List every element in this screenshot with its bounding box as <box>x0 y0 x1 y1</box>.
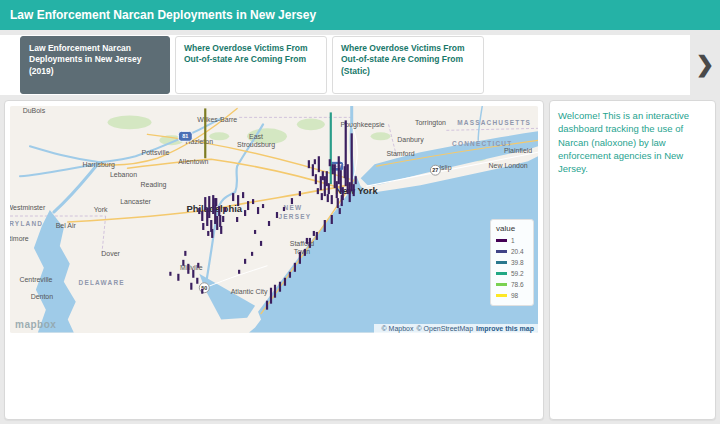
map-label-reading: Reading <box>140 181 166 189</box>
deployment-bar <box>192 270 194 278</box>
deployment-bar <box>207 231 209 236</box>
deployment-bar <box>251 252 253 256</box>
deployment-bar <box>224 207 226 212</box>
deployment-bar <box>190 283 192 290</box>
map-label-denton: Denton <box>31 293 54 300</box>
deployment-bar <box>324 220 326 232</box>
map-label-jersey: JERSEY <box>279 213 312 220</box>
storyboard-nav: Law Enforcement Narcan Deployments in Ne… <box>0 35 720 95</box>
basemap: DuBoisWilkes-BarreHazletonEastStroudsbur… <box>10 106 538 333</box>
deployment-bar <box>316 232 318 240</box>
mapbox-logo[interactable]: mapbox <box>15 319 56 330</box>
deployment-bar <box>326 171 328 186</box>
map-label-centreville: Centreville <box>19 276 52 283</box>
deployment-bar <box>299 252 301 264</box>
deployment-bar <box>274 285 276 298</box>
deployment-bar <box>283 207 285 211</box>
deployment-bar <box>204 108 206 158</box>
deployment-bar <box>329 159 331 166</box>
deployment-bar <box>222 216 224 222</box>
deployment-bar <box>299 191 301 196</box>
osm-attribution-link[interactable]: © OpenStreetMap <box>417 325 474 332</box>
deployment-bar <box>321 193 323 200</box>
map-label-harrisburg: Harrisburg <box>82 161 115 169</box>
map-legend: value 120.439.859.278.698 <box>490 219 534 306</box>
map-label-lancaster: Lancaster <box>120 198 151 205</box>
storyboard-tab-narcan-deployments-2019[interactable]: Law Enforcement Narcan Deployments in Ne… <box>20 36 170 94</box>
legend-tick-label: 39.8 <box>511 259 524 266</box>
map-label-dover: Dover <box>101 250 120 257</box>
map-label-islip: Islip <box>439 164 452 172</box>
legend-color-swatch <box>496 272 507 275</box>
legend-tick: 59.2 <box>496 268 528 279</box>
deployment-bar <box>236 217 238 222</box>
deployment-bar <box>270 288 272 304</box>
deployment-bar <box>211 229 213 238</box>
deployment-bar <box>198 208 200 214</box>
deployment-bar <box>184 251 186 256</box>
map-label-lebanon: Lebanon <box>110 171 137 178</box>
route-shield-50: 50 <box>199 283 209 293</box>
map-label-massachusetts: MASSACHUSETTS <box>457 119 531 126</box>
deployment-bar <box>291 198 293 204</box>
map-label-new-london: New London <box>489 162 528 169</box>
legend-color-swatch <box>496 239 507 242</box>
map-label-east: East <box>249 133 263 140</box>
deployment-bar <box>336 181 338 198</box>
deployment-bar <box>169 272 171 276</box>
deployment-bar <box>312 164 314 176</box>
deployment-bar <box>349 182 351 202</box>
deployment-bar <box>330 112 332 184</box>
legend-tick-label: 59.2 <box>511 270 524 277</box>
deployment-bar <box>182 260 184 266</box>
deployment-bar <box>317 188 319 194</box>
deployment-bar <box>232 193 234 201</box>
deployment-bar <box>355 176 357 184</box>
map-label-westminster: Westminster <box>10 204 46 211</box>
map-label-wilkes-barre: Wilkes-Barre <box>197 116 237 123</box>
storyboard-tab-overdose-origins[interactable]: Where Overdose Victims From Out-of-state… <box>175 36 327 94</box>
deployment-bar <box>212 195 214 214</box>
map-label-poughkeepsie: Poughkeepsie <box>341 121 385 129</box>
map-label-dubois: DuBois <box>23 107 46 114</box>
deployment-bar <box>327 194 329 202</box>
map-container[interactable]: DuBoisWilkes-BarreHazletonEastStroudsbur… <box>10 106 538 333</box>
legend-color-swatch <box>496 294 507 297</box>
deployment-bar <box>340 170 342 192</box>
legend-tick: 20.4 <box>496 246 528 257</box>
deployment-bar <box>208 196 210 218</box>
deployment-bar <box>216 216 218 230</box>
map-label-york: York <box>94 206 108 213</box>
deployment-bar <box>187 264 189 274</box>
deployment-bar <box>314 159 316 164</box>
deployment-bar <box>260 241 262 246</box>
legend-color-swatch <box>496 250 507 253</box>
deployment-bar <box>244 259 246 264</box>
legend-tick: 1 <box>496 235 528 246</box>
legend-color-swatch <box>496 261 507 264</box>
carousel-next-button[interactable]: ❯ <box>690 35 720 95</box>
mapbox-attribution-link[interactable]: © Mapbox <box>381 325 413 332</box>
map-label-delaware: DELAWARE <box>79 279 125 286</box>
legend-rows: 120.439.859.278.698 <box>496 235 528 301</box>
deployment-bar <box>219 215 221 227</box>
route-shield-81: 81 <box>178 131 192 141</box>
deployment-bar <box>328 183 330 194</box>
improve-map-link[interactable]: Improve this map <box>476 325 534 332</box>
deployment-bar <box>308 160 310 168</box>
deployment-bar <box>196 278 198 284</box>
tab-label: Law Enforcement Narcan Deployments in Ne… <box>29 43 141 76</box>
deployment-bar <box>322 171 324 180</box>
deployment-bar <box>332 164 334 174</box>
deployment-bar <box>257 207 259 214</box>
deployment-bar <box>339 208 341 214</box>
legend-title: value <box>496 224 528 233</box>
deployment-bar <box>341 195 343 206</box>
deployment-bar <box>318 156 320 172</box>
storyboard-tab-overdose-origins-static[interactable]: Where Overdose Victims From Out-of-state… <box>332 36 484 94</box>
tab-label: Where Overdose Victims From Out-of-state… <box>184 43 308 64</box>
deployment-bar <box>276 212 278 218</box>
map-label-town: Town <box>294 248 310 255</box>
map-label-stamford: Stamford <box>386 150 414 157</box>
map-label-plainfield: Plainfield <box>504 147 532 154</box>
